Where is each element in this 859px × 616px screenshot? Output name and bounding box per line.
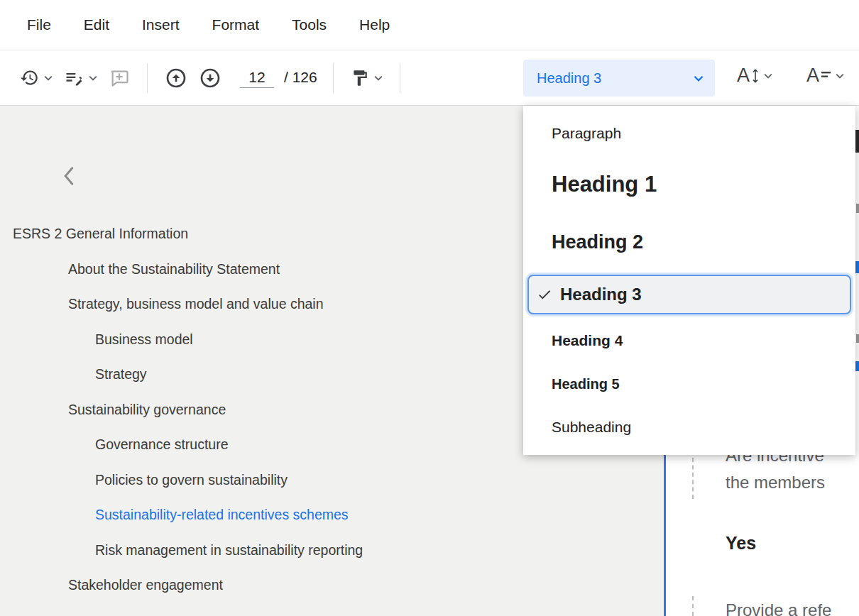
next-page-button[interactable] xyxy=(193,62,227,94)
outline-item[interactable]: Stakeholder engagement xyxy=(0,568,664,603)
style-option-heading-2[interactable]: Heading 2 xyxy=(523,214,855,270)
menu-insert[interactable]: Insert xyxy=(142,16,180,33)
paragraph-style-value: Heading 3 xyxy=(537,70,601,87)
outline-item-active[interactable]: Sustainability-related incentives scheme… xyxy=(0,497,664,533)
toolbar: / 126 Heading 3 A A xyxy=(0,50,859,106)
chevron-down-icon xyxy=(836,73,844,79)
arrow-up-circle-icon xyxy=(165,67,187,89)
page-number-input[interactable] xyxy=(240,67,274,88)
style-option-label: Heading 1 xyxy=(552,172,657,197)
chevron-down-icon xyxy=(694,75,704,82)
question-text-line2: the members xyxy=(726,473,825,493)
style-option-subheading[interactable]: Subheading xyxy=(523,405,855,449)
text-style-icon: A xyxy=(806,66,831,85)
collapse-outline-button[interactable] xyxy=(58,167,80,188)
style-option-heading-1[interactable]: Heading 1 xyxy=(523,155,855,214)
menu-help[interactable]: Help xyxy=(359,16,390,33)
previous-page-button[interactable] xyxy=(159,62,193,94)
page-total-label: / 126 xyxy=(284,69,317,86)
menu-format[interactable]: Format xyxy=(212,16,260,33)
font-size-icon: A xyxy=(737,66,759,85)
style-option-heading-4[interactable]: Heading 4 xyxy=(523,319,855,363)
obscured-text-fragment xyxy=(855,261,859,273)
question-guide-line xyxy=(692,458,694,499)
outline-item[interactable]: Risk management in sustainability report… xyxy=(0,533,664,568)
chevron-down-icon xyxy=(374,75,383,81)
menu-edit[interactable]: Edit xyxy=(84,16,109,33)
style-option-label: Heading 5 xyxy=(552,376,620,392)
toolbar-divider xyxy=(333,63,334,93)
style-option-label: Heading 2 xyxy=(552,231,643,253)
chevron-down-icon xyxy=(89,75,97,81)
toolbar-divider xyxy=(400,63,400,93)
question-guide-line xyxy=(692,596,694,616)
font-size-button[interactable]: A xyxy=(731,62,778,89)
menu-tools[interactable]: Tools xyxy=(292,16,327,33)
text-style-button[interactable]: A xyxy=(801,62,850,89)
checkmark-icon xyxy=(537,287,552,302)
toolbar-divider xyxy=(147,63,148,93)
page-indicator: / 126 xyxy=(240,67,317,88)
format-paint-button[interactable] xyxy=(345,65,388,92)
add-comment-button[interactable] xyxy=(103,63,136,93)
obscured-text-fragment xyxy=(855,361,859,371)
style-option-heading-5[interactable]: Heading 5 xyxy=(523,363,855,405)
obscured-text-fragment xyxy=(855,130,859,153)
paint-roller-icon xyxy=(351,69,369,87)
paragraph-style-selector[interactable]: Heading 3 xyxy=(523,60,715,97)
obscured-text-fragment xyxy=(856,204,859,213)
menu-bar: File Edit Insert Format Tools Help xyxy=(0,0,859,50)
style-dropdown-menu: Paragraph Heading 1 Heading 2 Heading 3 … xyxy=(523,106,855,455)
edit-note-icon xyxy=(64,68,84,88)
style-option-paragraph[interactable]: Paragraph xyxy=(523,111,855,155)
version-history-button[interactable] xyxy=(14,64,58,92)
style-option-label: Heading 4 xyxy=(552,332,623,349)
answer-text[interactable]: Yes xyxy=(726,533,756,554)
outline-item[interactable]: Policies to govern sustainability xyxy=(0,463,664,498)
style-option-label: Subheading xyxy=(552,419,631,436)
prompt-text: Provide a refe xyxy=(726,600,831,616)
chevron-left-icon xyxy=(63,167,75,188)
arrow-down-circle-icon xyxy=(199,67,221,89)
chevron-down-icon xyxy=(44,75,53,81)
style-option-label: Paragraph xyxy=(552,125,621,142)
style-option-label: Heading 3 xyxy=(560,285,642,304)
style-option-heading-3-selected[interactable]: Heading 3 xyxy=(527,275,851,314)
obscured-text-fragment xyxy=(856,334,859,343)
menu-file[interactable]: File xyxy=(27,16,51,33)
history-icon xyxy=(20,68,39,87)
add-comment-icon xyxy=(109,67,130,89)
editing-mode-button[interactable] xyxy=(58,64,103,92)
chevron-down-icon xyxy=(764,73,772,79)
